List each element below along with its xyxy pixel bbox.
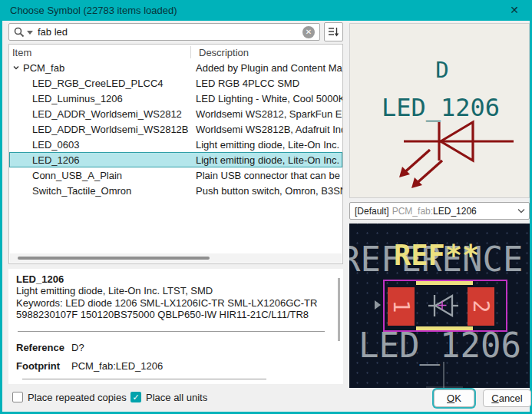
- search-input[interactable]: [36, 25, 302, 38]
- tree-row[interactable]: LED_RGB_CreeLED_PLCC4 LED RGB 4PLCC SMD: [9, 75, 342, 91]
- place-repeated-copies-label: Place repeated copies: [28, 392, 127, 403]
- detail-keywords-line1: Keywords: LED diode 1206 SML-LX1206IC-TR…: [16, 298, 335, 310]
- fab-reference-text: REF**: [394, 239, 479, 272]
- title-bar: Choose Symbol (22783 items loaded) ✕: [2, 0, 530, 21]
- search-icon: [14, 27, 25, 38]
- tree-header: Item Description: [9, 45, 342, 60]
- tree-row[interactable]: LED_Luminus_1206 LED Lighting - White, C…: [9, 91, 342, 106]
- led-arrow-heads: [399, 167, 422, 188]
- symbol-tree: Item Description PCM_fab Added by Plugin…: [8, 44, 343, 264]
- cancel-button[interactable]: Cancel: [483, 389, 531, 407]
- footprint-select-name: LED_1206: [433, 206, 477, 217]
- silk-bar-top: [416, 281, 473, 285]
- place-all-units-label: Place all units: [146, 392, 207, 403]
- pad-1-number: 1: [388, 300, 414, 313]
- vertical-scrollbar-thumb[interactable]: [338, 278, 340, 341]
- search-box[interactable]: ✕: [8, 23, 320, 41]
- column-header-item[interactable]: Item: [9, 47, 193, 58]
- footprint-select[interactable]: [Default] PCM_fab: LED_1206: [349, 202, 530, 220]
- chevron-down-icon[interactable]: [12, 64, 20, 71]
- search-options-button[interactable]: [324, 22, 343, 41]
- symbol-value-text: LED_1206: [382, 93, 500, 122]
- clear-search-icon[interactable]: ✕: [302, 26, 315, 38]
- footprint-select-default-tag: [Default]: [355, 206, 389, 217]
- pad-2-number: 2: [468, 300, 494, 313]
- chevron-down-icon: [517, 208, 525, 214]
- column-divider[interactable]: [190, 46, 191, 58]
- ok-button[interactable]: OK: [434, 389, 474, 407]
- origin-marker-icon: [375, 300, 381, 310]
- symbol-preview-panel: D LED_1206: [349, 23, 530, 198]
- place-repeated-copies-checkbox[interactable]: [12, 392, 23, 402]
- led-symbol-graphic: [402, 122, 514, 185]
- tree-row[interactable]: Switch_Tactile_Omron Push button switch,…: [9, 183, 342, 198]
- choose-symbol-dialog: Choose Symbol (22783 items loaded) ✕ ✕ I…: [0, 0, 532, 414]
- tree-row-library[interactable]: PCM_fab Added by Plugin and Content Mana…: [9, 60, 342, 75]
- footprint-value: PCM_fab:LED_1206: [71, 360, 163, 372]
- symbol-reference-text: D: [435, 57, 448, 83]
- dialog-footer: Place repeated copies ✓ Place all units …: [2, 384, 530, 409]
- footprint-select-library: PCM_fab:: [392, 206, 433, 217]
- reference-label: Reference: [16, 342, 71, 353]
- divider: [18, 331, 325, 332]
- tree-row[interactable]: Conn_USB_A_Plain Plain USB connector tha…: [9, 167, 342, 183]
- footprint-preview-canvas[interactable]: REFERENCE REF** 1 2 LED_1206: [349, 224, 530, 388]
- footprint-value-text: LED_1206: [359, 326, 521, 366]
- place-all-units-checkbox[interactable]: ✓: [131, 392, 141, 402]
- horizontal-scrollbar[interactable]: [10, 253, 342, 263]
- column-header-description[interactable]: Description: [193, 47, 249, 58]
- divider: [22, 379, 266, 379]
- list-options-icon: [328, 26, 339, 38]
- reference-value: D?: [71, 342, 84, 353]
- detail-symbol-name: LED_1206: [16, 273, 335, 285]
- symbol-details-pane: LED_1206 Light emitting diode, Lite-On I…: [8, 269, 343, 384]
- detail-description: Light emitting diode, Lite-On Inc. LTST,…: [16, 286, 335, 297]
- search-dropdown-caret-icon[interactable]: [27, 31, 33, 35]
- detail-keywords-line2: 5988230107F 150120BS75000 QBLP650-IW HIR…: [16, 310, 335, 321]
- footprint-label: Footprint: [16, 360, 71, 372]
- tree-row[interactable]: LED_ADDR_Worldsemi_WS2812 Worldsemi WS28…: [9, 106, 342, 121]
- dialog-title: Choose Symbol (22783 items loaded): [2, 5, 177, 16]
- tree-row-selected[interactable]: LED_1206 Light emitting diode, Lite-On I…: [9, 152, 342, 167]
- tree-row[interactable]: LED_0603 Light emitting diode, Lite-On I…: [9, 137, 342, 152]
- horizontal-scrollbar-thumb[interactable]: [18, 257, 210, 260]
- tree-row[interactable]: LED_ADDR_Worldsemi_WS2812B Worldsemi WS2…: [9, 121, 342, 137]
- close-icon[interactable]: ✕: [505, 2, 524, 18]
